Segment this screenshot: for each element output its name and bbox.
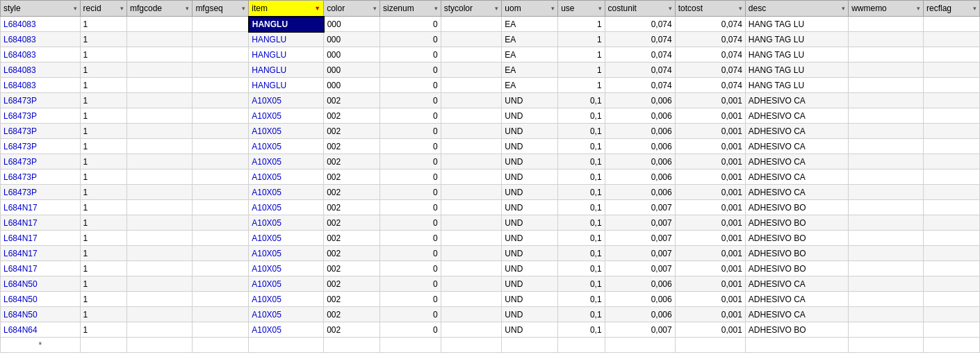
cell-color-row20[interactable]: 002 <box>324 322 380 338</box>
cell-mfgseq-row3[interactable] <box>193 63 249 78</box>
cell-use-row5[interactable]: 0,1 <box>558 93 605 108</box>
cell-sizenum-row11[interactable]: 0 <box>380 185 441 200</box>
cell-mfgcode-row6[interactable] <box>127 108 193 124</box>
cell-style-row9[interactable]: L68473P <box>1 154 81 169</box>
cell-use-row8[interactable]: 0,1 <box>558 139 605 154</box>
cell-style-row4[interactable]: L684083 <box>1 78 81 93</box>
cell-wwmemo-row4[interactable] <box>849 78 924 93</box>
cell-item-row12[interactable]: A10X05 <box>249 200 324 215</box>
col-header-costunit[interactable]: costunit▾ <box>605 1 675 17</box>
cell-use-row17[interactable]: 0,1 <box>558 276 605 292</box>
cell-recid-row3[interactable]: 1 <box>80 63 126 78</box>
cell-mfgcode-row2[interactable] <box>127 47 193 63</box>
cell-uom-row13[interactable]: UND <box>502 215 558 231</box>
cell-style-row18[interactable]: L684N50 <box>1 292 81 307</box>
cell-item-row6[interactable]: A10X05 <box>249 108 324 124</box>
sort-icon-style[interactable]: ▾ <box>74 5 77 12</box>
cell-style-row14[interactable]: L684N17 <box>1 231 81 246</box>
col-header-color[interactable]: color▾ <box>324 1 380 17</box>
cell-color-row4[interactable]: 000 <box>324 78 380 93</box>
cell-item-row2[interactable]: HANGLU <box>249 47 324 63</box>
cell-sizenum-row7[interactable]: 0 <box>380 124 441 139</box>
cell-costunit-row2[interactable]: 0,074 <box>605 47 675 63</box>
table-row[interactable]: L68473P1A10X050020UND0,10,0060,001ADHESI… <box>1 139 980 154</box>
cell-mfgseq-row4[interactable] <box>193 78 249 93</box>
cell-desc-row5[interactable]: ADHESIVO CA <box>745 93 848 108</box>
cell-recflag-row9[interactable] <box>923 154 979 169</box>
col-header-recid[interactable]: recid▾ <box>80 1 126 17</box>
cell-use-row14[interactable]: 0,1 <box>558 231 605 246</box>
table-row[interactable]: L68473P1A10X050020UND0,10,0060,001ADHESI… <box>1 108 980 124</box>
cell-stycolor-row13[interactable] <box>441 215 502 231</box>
cell-recid-row20[interactable]: 1 <box>80 322 126 338</box>
cell-costunit-row17[interactable]: 0,006 <box>605 276 675 292</box>
cell-costunit-row20[interactable]: 0,007 <box>605 322 675 338</box>
cell-recid-row17[interactable]: 1 <box>80 276 126 292</box>
cell-wwmemo-row17[interactable] <box>849 276 924 292</box>
cell-recid-row15[interactable]: 1 <box>80 246 126 261</box>
cell-recid-row16[interactable]: 1 <box>80 261 126 276</box>
cell-use-row3[interactable]: 1 <box>558 63 605 78</box>
cell-recid-row2[interactable]: 1 <box>80 47 126 63</box>
cell-desc-row3[interactable]: HANG TAG LU <box>745 63 848 78</box>
cell-uom-row16[interactable]: UND <box>502 261 558 276</box>
cell-totcost-row13[interactable]: 0,001 <box>675 215 745 231</box>
cell-use-row4[interactable]: 1 <box>558 78 605 93</box>
cell-sizenum-row6[interactable]: 0 <box>380 108 441 124</box>
cell-totcost-row2[interactable]: 0,074 <box>675 47 745 63</box>
cell-uom-row3[interactable]: EA <box>502 63 558 78</box>
cell-uom-row19[interactable]: UND <box>502 307 558 322</box>
cell-use-row19[interactable]: 0,1 <box>558 307 605 322</box>
cell-desc-row14[interactable]: ADHESIVO BO <box>745 231 848 246</box>
sort-icon-desc[interactable]: ▾ <box>842 5 845 12</box>
cell-wwmemo-row14[interactable] <box>849 231 924 246</box>
cell-sizenum-row19[interactable]: 0 <box>380 307 441 322</box>
col-header-desc[interactable]: desc▾ <box>745 1 848 17</box>
cell-desc-row13[interactable]: ADHESIVO BO <box>745 215 848 231</box>
cell-uom-row0[interactable]: EA <box>502 17 558 32</box>
cell-mfgcode-row8[interactable] <box>127 139 193 154</box>
cell-mfgcode-row15[interactable] <box>127 246 193 261</box>
cell-desc-row9[interactable]: ADHESIVO CA <box>745 154 848 169</box>
cell-style-row5[interactable]: L68473P <box>1 93 81 108</box>
cell-sizenum-row1[interactable]: 0 <box>380 32 441 47</box>
cell-mfgseq-row14[interactable] <box>193 231 249 246</box>
cell-sizenum-row10[interactable]: 0 <box>380 169 441 185</box>
cell-uom-row9[interactable]: UND <box>502 154 558 169</box>
cell-use-row13[interactable]: 0,1 <box>558 215 605 231</box>
cell-item-row16[interactable]: A10X05 <box>249 261 324 276</box>
cell-desc-row19[interactable]: ADHESIVO CA <box>745 307 848 322</box>
cell-mfgseq-row9[interactable] <box>193 154 249 169</box>
cell-item-row17[interactable]: A10X05 <box>249 276 324 292</box>
cell-wwmemo-row18[interactable] <box>849 292 924 307</box>
cell-stycolor-row12[interactable] <box>441 200 502 215</box>
cell-item-row5[interactable]: A10X05 <box>249 93 324 108</box>
cell-totcost-row8[interactable]: 0,001 <box>675 139 745 154</box>
cell-style-row13[interactable]: L684N17 <box>1 215 81 231</box>
cell-mfgseq-row1[interactable] <box>193 32 249 47</box>
cell-color-row19[interactable]: 002 <box>324 307 380 322</box>
cell-stycolor-row14[interactable] <box>441 231 502 246</box>
cell-wwmemo-row5[interactable] <box>849 93 924 108</box>
cell-style-row8[interactable]: L68473P <box>1 139 81 154</box>
cell-wwmemo-row15[interactable] <box>849 246 924 261</box>
col-header-recflag[interactable]: recflag▾ <box>923 1 979 17</box>
cell-color-row3[interactable]: 000 <box>324 63 380 78</box>
cell-uom-row7[interactable]: UND <box>502 124 558 139</box>
cell-stycolor-row17[interactable] <box>441 276 502 292</box>
cell-mfgcode-row11[interactable] <box>127 185 193 200</box>
cell-item-row14[interactable]: A10X05 <box>249 231 324 246</box>
cell-style-row11[interactable]: L68473P <box>1 185 81 200</box>
sort-icon-stycolor[interactable]: ▾ <box>495 5 498 12</box>
cell-recid-row10[interactable]: 1 <box>80 169 126 185</box>
col-header-stycolor[interactable]: stycolor▾ <box>441 1 502 17</box>
cell-mfgseq-row13[interactable] <box>193 215 249 231</box>
cell-use-row6[interactable]: 0,1 <box>558 108 605 124</box>
cell-uom-row20[interactable]: UND <box>502 322 558 338</box>
cell-wwmemo-row9[interactable] <box>849 154 924 169</box>
cell-desc-row7[interactable]: ADHESIVO CA <box>745 124 848 139</box>
cell-sizenum-row8[interactable]: 0 <box>380 139 441 154</box>
cell-sizenum-row2[interactable]: 0 <box>380 47 441 63</box>
cell-sizenum-row0[interactable]: 0 <box>380 17 441 32</box>
cell-sizenum-row17[interactable]: 0 <box>380 276 441 292</box>
